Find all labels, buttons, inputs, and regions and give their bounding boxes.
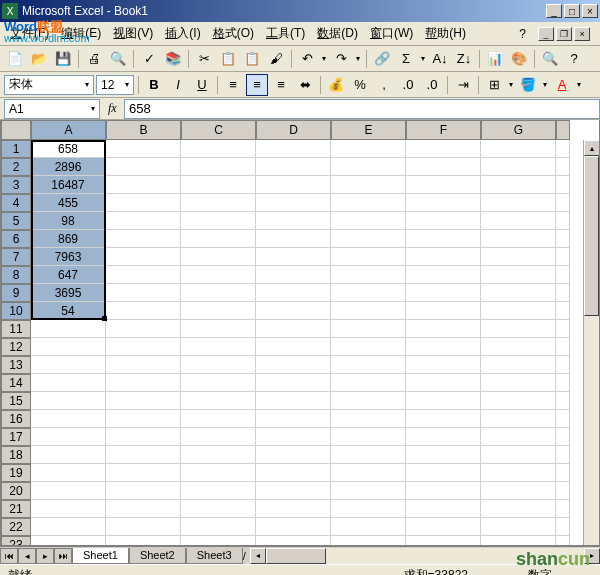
cell-E14[interactable] xyxy=(331,374,406,392)
row-header-7[interactable]: 7 xyxy=(1,248,31,266)
autosum-icon[interactable]: Σ xyxy=(395,48,417,70)
row-header-18[interactable]: 18 xyxy=(1,446,31,464)
cell-C3[interactable] xyxy=(181,176,256,194)
tab-first-icon[interactable]: ⏮ xyxy=(0,548,18,564)
maximize-button[interactable]: □ xyxy=(564,4,580,18)
indent-icon[interactable]: ⇥ xyxy=(452,74,474,96)
col-header-C[interactable]: C xyxy=(181,120,256,140)
cell-B17[interactable] xyxy=(106,428,181,446)
cell-A2[interactable]: 2896 xyxy=(31,158,106,176)
cell-F3[interactable] xyxy=(406,176,481,194)
cell-G10[interactable] xyxy=(481,302,556,320)
cell-G7[interactable] xyxy=(481,248,556,266)
col-header-A[interactable]: A xyxy=(31,120,106,140)
cell-F19[interactable] xyxy=(406,464,481,482)
scroll-thumb[interactable] xyxy=(584,156,599,316)
cell-A16[interactable] xyxy=(31,410,106,428)
paste-icon[interactable]: 📋 xyxy=(241,48,263,70)
zoom-icon[interactable]: 🔍 xyxy=(539,48,561,70)
cell-D11[interactable] xyxy=(256,320,331,338)
hyperlink-icon[interactable]: 🔗 xyxy=(371,48,393,70)
cell-B1[interactable] xyxy=(106,140,181,158)
help-input-icon[interactable]: ? xyxy=(513,25,532,43)
col-header-B[interactable]: B xyxy=(106,120,181,140)
cell-F22[interactable] xyxy=(406,518,481,536)
save-icon[interactable]: 💾 xyxy=(52,48,74,70)
cell-C21[interactable] xyxy=(181,500,256,518)
italic-button[interactable]: I xyxy=(167,74,189,96)
row-header-1[interactable]: 1 xyxy=(1,140,31,158)
cell-G13[interactable] xyxy=(481,356,556,374)
cell-B9[interactable] xyxy=(106,284,181,302)
fx-icon[interactable]: fx xyxy=(104,101,124,116)
cell-F6[interactable] xyxy=(406,230,481,248)
cell-E4[interactable] xyxy=(331,194,406,212)
cell-D3[interactable] xyxy=(256,176,331,194)
cell-C14[interactable] xyxy=(181,374,256,392)
sort-desc-icon[interactable]: Z↓ xyxy=(453,48,475,70)
cell-A1[interactable]: 658 xyxy=(31,140,106,158)
tab-sheet3[interactable]: Sheet3 xyxy=(186,548,243,564)
cell-A21[interactable] xyxy=(31,500,106,518)
cell-A9[interactable]: 3695 xyxy=(31,284,106,302)
cell-E2[interactable] xyxy=(331,158,406,176)
row-header-3[interactable]: 3 xyxy=(1,176,31,194)
cell-C2[interactable] xyxy=(181,158,256,176)
cell-C1[interactable] xyxy=(181,140,256,158)
cell-D7[interactable] xyxy=(256,248,331,266)
cell-B12[interactable] xyxy=(106,338,181,356)
cell-B19[interactable] xyxy=(106,464,181,482)
cell-A23[interactable] xyxy=(31,536,106,546)
cell-F9[interactable] xyxy=(406,284,481,302)
doc-minimize-button[interactable]: _ xyxy=(538,27,554,41)
cell-A19[interactable] xyxy=(31,464,106,482)
cell-F8[interactable] xyxy=(406,266,481,284)
open-icon[interactable]: 📂 xyxy=(28,48,50,70)
cell-C22[interactable] xyxy=(181,518,256,536)
cell-D20[interactable] xyxy=(256,482,331,500)
align-center-icon[interactable]: ≡ xyxy=(246,74,268,96)
cell-C7[interactable] xyxy=(181,248,256,266)
cell-B5[interactable] xyxy=(106,212,181,230)
cell-A6[interactable]: 869 xyxy=(31,230,106,248)
cell-G8[interactable] xyxy=(481,266,556,284)
font-name-select[interactable]: 宋体▾ xyxy=(4,75,94,95)
scroll-left-icon[interactable]: ◂ xyxy=(250,548,266,564)
cell-F20[interactable] xyxy=(406,482,481,500)
cell-E19[interactable] xyxy=(331,464,406,482)
cell-A12[interactable] xyxy=(31,338,106,356)
cell-E6[interactable] xyxy=(331,230,406,248)
cell-F15[interactable] xyxy=(406,392,481,410)
cell-E3[interactable] xyxy=(331,176,406,194)
cut-icon[interactable]: ✂ xyxy=(193,48,215,70)
cell-C8[interactable] xyxy=(181,266,256,284)
cell-A20[interactable] xyxy=(31,482,106,500)
doc-restore-button[interactable]: ❐ xyxy=(556,27,572,41)
cell-D17[interactable] xyxy=(256,428,331,446)
cell-F7[interactable] xyxy=(406,248,481,266)
font-color-icon[interactable]: A xyxy=(551,74,573,96)
row-header-11[interactable]: 11 xyxy=(1,320,31,338)
cell-G2[interactable] xyxy=(481,158,556,176)
row-header-20[interactable]: 20 xyxy=(1,482,31,500)
cell-C20[interactable] xyxy=(181,482,256,500)
row-header-22[interactable]: 22 xyxy=(1,518,31,536)
merge-icon[interactable]: ⬌ xyxy=(294,74,316,96)
cell-C6[interactable] xyxy=(181,230,256,248)
cell-G4[interactable] xyxy=(481,194,556,212)
cell-D2[interactable] xyxy=(256,158,331,176)
cell-C12[interactable] xyxy=(181,338,256,356)
cell-G18[interactable] xyxy=(481,446,556,464)
cell-G23[interactable] xyxy=(481,536,556,546)
new-icon[interactable]: 📄 xyxy=(4,48,26,70)
hscroll-thumb[interactable] xyxy=(266,548,326,564)
autosum-dropdown[interactable]: ▾ xyxy=(419,54,427,63)
select-all-corner[interactable] xyxy=(1,120,31,140)
menu-format[interactable]: 格式(O) xyxy=(207,23,260,44)
cell-C19[interactable] xyxy=(181,464,256,482)
menu-help[interactable]: 帮助(H) xyxy=(419,23,472,44)
cell-C9[interactable] xyxy=(181,284,256,302)
cell-E16[interactable] xyxy=(331,410,406,428)
name-box[interactable]: A1▾ xyxy=(4,99,100,119)
cell-D15[interactable] xyxy=(256,392,331,410)
